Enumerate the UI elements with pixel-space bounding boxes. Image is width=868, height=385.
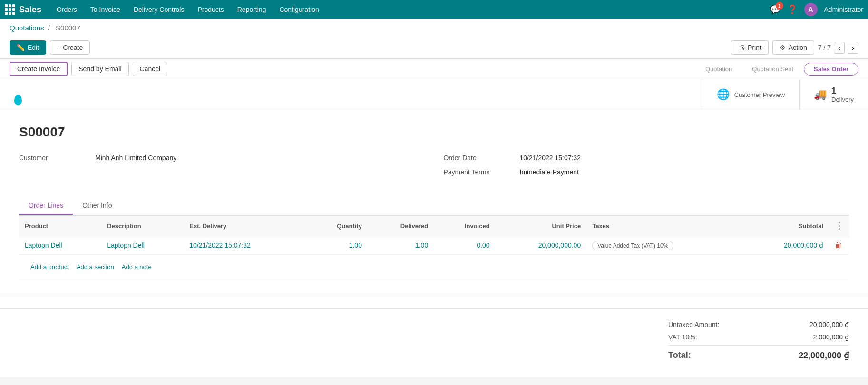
total-value: 22,000,000 ₫ [799,350,849,361]
menu-delivery-controls[interactable]: Delivery Controls [128,3,190,16]
cell-delete: 🗑 [829,236,849,255]
menu-to-invoice[interactable]: To Invoice [85,3,126,16]
order-table: Product Description Est. Delivery Quanti… [19,215,849,279]
payment-terms-value: Immediate Payment [520,168,579,176]
vat-label: VAT 10%: [668,333,697,341]
cell-description: Laptopn Dell [101,236,184,255]
globe-icon: 🌐 [717,88,730,101]
form-section: Customer Minh Anh Limited Company Order … [19,154,849,183]
cancel-button[interactable]: Cancel [133,62,168,76]
breadcrumb-current: S00007 [56,24,80,32]
action-bar: Create Invoice Send by Email Cancel Quot… [0,59,868,79]
tax-badge: Value Added Tax (VAT) 10% [592,241,673,250]
breadcrumb-parent[interactable]: Quotations [10,24,44,32]
cell-unit-price: 20,000,000.00 [496,236,587,255]
payment-terms-row: Payment Terms Immediate Payment [444,168,849,176]
breadcrumb: Quotations / S00007 [10,24,858,32]
vat-value: 2,000,000 ₫ [813,333,849,341]
truck-icon: 🚚 [814,88,827,101]
untaxed-label: Untaxed Amount: [668,321,719,328]
smart-buttons: 🌐 Customer Preview 🚚 1 Delivery [702,79,868,110]
add-section-link[interactable]: Add a section [77,263,114,270]
tab-order-lines[interactable]: Order Lines [19,197,73,215]
create-invoice-button[interactable]: Create Invoice [10,62,68,76]
edit-icon: ✏️ [17,44,25,51]
totals-section: Untaxed Amount: 20,000,000 ₫ VAT 10%: 2,… [0,309,868,377]
print-button[interactable]: 🖨 Print [731,40,769,55]
cell-delivered: 1.00 [368,236,434,255]
toolbar: ✏️ Edit + Create 🖨 Print ⚙ Action 7 / 7 … [10,37,858,58]
menu-orders[interactable]: Orders [51,3,83,16]
col-delivered: Delivered [368,216,434,236]
status-quotation-sent[interactable]: Quotation Sent [742,63,803,75]
tab-other-info[interactable]: Other Info [73,197,121,215]
menu-configuration[interactable]: Configuration [273,3,324,16]
customer-preview-button[interactable]: 🌐 Customer Preview [702,79,799,110]
add-note-link[interactable]: Add a note [122,263,152,270]
top-navigation: Sales Orders To Invoice Delivery Control… [0,0,868,19]
customer-preview-label: Customer Preview [734,91,785,98]
delivery-button[interactable]: 🚚 1 Delivery [799,79,868,110]
next-page-button[interactable]: › [848,42,858,54]
avatar[interactable]: A [804,3,818,16]
delete-row-button[interactable]: 🗑 [835,241,842,249]
cell-taxes: Value Added Tax (VAT) 10% [586,236,743,255]
col-taxes: Taxes [586,216,743,236]
untaxed-value: 20,000,000 ₫ [809,321,849,328]
untaxed-row: Untaxed Amount: 20,000,000 ₫ [668,318,849,331]
notifications-icon[interactable]: 💬 1 [770,4,780,15]
breadcrumb-separator: / [48,24,50,32]
vat-row: VAT 10%: 2,000,000 ₫ [668,331,849,343]
menu-products[interactable]: Products [192,3,229,16]
topnav-right: 💬 1 ❓ A Administrator [770,3,863,16]
description-link[interactable]: Laptopn Dell [107,241,145,249]
edit-button[interactable]: ✏️ Edit [10,40,46,55]
user-name: Administrator [824,6,863,13]
add-row: Add a product Add a section Add a note [19,255,849,279]
col-unit-price: Unit Price [496,216,587,236]
cell-quantity: 1.00 [306,236,367,255]
delivery-label: Delivery [831,96,854,103]
print-icon: 🖨 [738,44,745,51]
order-title: S00007 [19,125,849,140]
notification-badge: 1 [776,2,783,10]
customer-row: Customer Minh Anh Limited Company [19,154,425,162]
customer-value: Minh Anh Limited Company [95,154,176,162]
menu-reporting[interactable]: Reporting [232,3,272,16]
total-row: Total: 22,000,000 ₫ [668,345,849,363]
cell-subtotal: 20,000,000 ₫ [743,236,829,255]
status-steps: Quotation Quotation Sent Sales Order [696,63,858,76]
status-quotation[interactable]: Quotation [696,63,741,75]
form-left: Customer Minh Anh Limited Company [19,154,425,183]
col-description: Description [101,216,184,236]
main-menu: Orders To Invoice Delivery Controls Prod… [51,3,770,16]
prev-page-button[interactable]: ‹ [834,42,845,54]
smart-buttons-area: 🌐 Customer Preview 🚚 1 Delivery [0,79,868,110]
grid-icon [5,4,15,15]
action-button[interactable]: ⚙ Action [772,40,814,55]
app-logo[interactable]: Sales [5,4,41,15]
create-button[interactable]: + Create [50,40,90,55]
customer-label: Customer [19,154,95,162]
pagination: 7 / 7 ‹ › [818,42,858,54]
payment-terms-label: Payment Terms [444,168,520,176]
breadcrumb-bar: Quotations / S00007 ✏️ Edit + Create 🖨 P… [0,19,868,59]
col-actions: ⋮ [829,216,849,236]
cell-est-delivery: 10/21/2022 15:07:32 [184,236,306,255]
column-more-icon[interactable]: ⋮ [835,221,843,231]
product-link[interactable]: Laptopn Dell [25,241,62,249]
help-icon[interactable]: ❓ [787,4,798,15]
col-est-delivery: Est. Delivery [184,216,306,236]
cell-product: Laptopn Dell [19,236,101,255]
tabs: Order Lines Other Info [19,197,849,215]
cell-invoiced: 0.00 [434,236,495,255]
add-product-link[interactable]: Add a product [30,263,69,270]
app-name: Sales [19,5,41,15]
main-content: S00007 Customer Minh Anh Limited Company… [0,110,868,294]
form-right: Order Date 10/21/2022 15:07:32 Payment T… [444,154,849,183]
drop-indicator [14,95,22,105]
send-email-button[interactable]: Send by Email [71,62,128,76]
totals-table: Untaxed Amount: 20,000,000 ₫ VAT 10%: 2,… [668,318,849,363]
status-sales-order[interactable]: Sales Order [804,63,858,76]
gear-icon: ⚙ [780,44,786,51]
